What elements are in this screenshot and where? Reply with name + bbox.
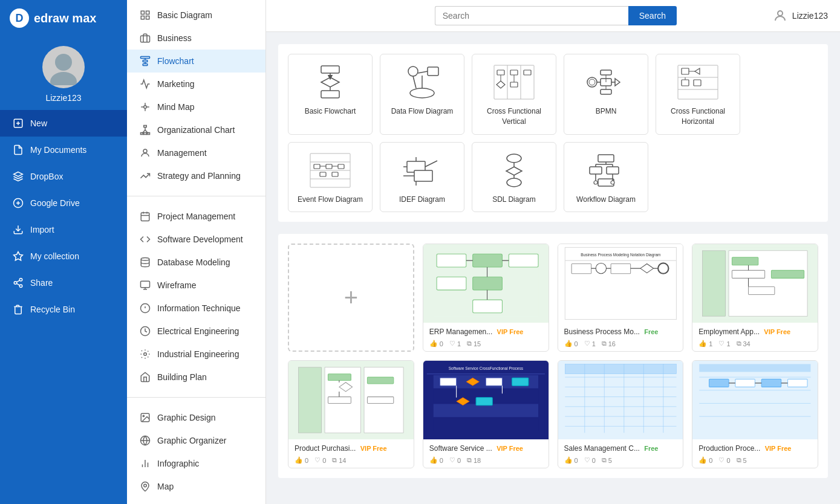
mid-item-building-plan[interactable]: Building Plan: [127, 366, 265, 389]
mid-item-wireframe[interactable]: Wireframe: [127, 274, 265, 297]
template-card-bpmn[interactable]: BPMN: [564, 54, 648, 135]
template-card-cross-functional-horizontal[interactable]: Cross Functional Horizontal: [656, 54, 740, 135]
template-card-basic-flowchart[interactable]: Basic Flowchart: [288, 54, 373, 135]
svg-rect-21: [143, 60, 148, 62]
sidebar-item-my-collection[interactable]: My collection: [0, 243, 127, 270]
heart-icon: ♡: [449, 340, 455, 347]
bp-copies: ⧉16: [602, 340, 616, 347]
business-process-title: Business Process Mo... Free: [564, 328, 677, 336]
svg-rect-32: [144, 133, 147, 135]
erp-hearts: ♡ 1: [449, 340, 461, 347]
svg-rect-96: [682, 80, 689, 86]
svg-rect-94: [682, 68, 689, 74]
mid-item-industrial-engineering[interactable]: Industrial Engineering: [127, 343, 265, 366]
sidebar-item-new-label: New: [30, 118, 47, 128]
ss-copies: ⧉18: [467, 456, 481, 464]
gallery-card-sales-management[interactable]: Sales Management C... Free 👍0 ♡0 ⧉5: [558, 360, 684, 468]
template-card-data-flow-diagram[interactable]: Data Flow Diagram: [380, 54, 464, 135]
mid-item-graphic-design[interactable]: Graphic Design: [127, 406, 265, 429]
svg-rect-198: [565, 364, 676, 374]
sidebar-item-import[interactable]: Import: [0, 216, 127, 243]
mid-item-graphic-organizer[interactable]: Graphic Organizer: [127, 429, 265, 452]
my-collection-icon: [12, 250, 24, 262]
employment-app-badge: VIP Free: [764, 328, 790, 335]
template-grid: Basic Flowchart Data Flo: [288, 54, 818, 212]
mid-item-database-modeling[interactable]: Database Modeling: [127, 251, 265, 274]
ss-hearts: ♡0: [449, 456, 461, 464]
mid-item-basic-diagram[interactable]: Basic Diagram: [127, 4, 265, 27]
erp-copies: ⧉ 15: [467, 340, 481, 347]
svg-point-137: [611, 181, 614, 184]
mid-item-map[interactable]: Map: [127, 475, 265, 498]
basic-diagram-icon: [139, 9, 151, 21]
search-button[interactable]: Search: [628, 6, 677, 25]
svg-rect-216: [709, 380, 729, 387]
production-process-title: Production Proce... VIP Free: [698, 444, 812, 453]
mid-item-mind-map[interactable]: Mind Map: [127, 95, 265, 118]
gallery-card-software-service[interactable]: Software Service CrossFunctional Process: [423, 360, 549, 468]
workflow-diagram-icon: [585, 152, 627, 189]
gallery-card-add[interactable]: +: [288, 244, 414, 352]
template-card-sdl-diagram[interactable]: SDL Diagram: [472, 142, 556, 213]
gallery-card-erp-management[interactable]: ERP Managemen... VIP Free 👍 0 ♡ 1: [423, 244, 549, 352]
search-input[interactable]: [435, 6, 628, 25]
product-purchasing-info: Product Purchasi... VIP Free 👍0 ♡0 ⧉14: [288, 439, 414, 468]
mid-item-org-chart[interactable]: Organizational Chart: [127, 118, 265, 141]
svg-rect-164: [732, 257, 758, 265]
prodp-hearts: ♡0: [718, 456, 730, 464]
svg-rect-97: [694, 80, 701, 86]
svg-rect-172: [299, 367, 322, 433]
svg-point-136: [594, 181, 597, 184]
sidebar-item-new[interactable]: New: [0, 110, 127, 137]
gallery-card-employment-app[interactable]: Employment App... VIP Free 👍1 ♡1 ⧉34: [692, 244, 818, 352]
svg-rect-218: [761, 380, 781, 387]
management-icon: [139, 147, 151, 159]
mid-item-business[interactable]: Business: [127, 27, 265, 50]
svg-rect-177: [328, 397, 351, 404]
main-header: Search Lizzie123: [266, 0, 840, 32]
mid-item-strategy[interactable]: Strategy and Planning: [127, 164, 265, 187]
mid-item-infographic[interactable]: Infographic: [127, 452, 265, 475]
ea-copies: ⧉34: [737, 340, 750, 347]
template-card-cross-functional-vertical[interactable]: Cross Functional Vertical: [472, 54, 556, 135]
svg-rect-194: [476, 398, 492, 405]
flowchart-icon: [139, 55, 151, 67]
svg-rect-162: [703, 251, 726, 316]
sidebar-item-my-documents[interactable]: My Documents: [0, 137, 127, 163]
sales-management-info: Sales Management C... Free 👍0 ♡0 ⧉5: [558, 439, 683, 468]
mid-item-flowchart[interactable]: Flowchart: [127, 50, 265, 73]
mid-item-marketing[interactable]: Marketing: [127, 73, 265, 95]
template-card-event-flow-diagram[interactable]: Event Flow Diagram: [288, 142, 373, 213]
software-service-info: Software Service ... VIP Free 👍0 ♡0 ⧉18: [423, 439, 549, 468]
cross-functional-vertical-icon: [493, 64, 535, 100]
sidebar-item-google-drive[interactable]: Google Drive: [0, 190, 127, 216]
bp-hearts: ♡1: [584, 340, 596, 347]
sales-management-thumb: [558, 361, 683, 439]
mid-item-management[interactable]: Management: [127, 141, 265, 164]
gallery-card-business-process[interactable]: Business Process Modeling Notation Diagr…: [558, 244, 684, 352]
mid-item-information-technique-label: Information Technique: [157, 303, 241, 313]
mid-item-software-development[interactable]: Software Development: [127, 228, 265, 251]
infographic-icon: [139, 457, 151, 470]
mid-item-information-technique[interactable]: Information Technique: [127, 297, 265, 320]
mid-item-electrical-engineering[interactable]: Electrical Engineering: [127, 320, 265, 343]
gallery-card-product-purchasing[interactable]: Product Purchasi... VIP Free 👍0 ♡0 ⧉14: [288, 360, 414, 468]
sidebar-item-google-drive-label: Google Drive: [30, 198, 80, 208]
sidebar-item-share[interactable]: Share: [0, 270, 127, 296]
svg-rect-147: [472, 300, 502, 313]
sm-likes: 👍0: [564, 456, 578, 464]
svg-rect-124: [590, 167, 602, 174]
sidebar-item-recycle-bin[interactable]: Recycle Bin: [0, 296, 127, 323]
sales-management-stats: 👍0 ♡0 ⧉5: [564, 456, 677, 464]
svg-rect-175: [328, 374, 351, 381]
wireframe-icon: [139, 279, 151, 291]
svg-point-58: [144, 484, 147, 487]
gallery-card-production-process[interactable]: Production Proce... VIP Free 👍0 ♡0 ⧉5: [692, 360, 818, 468]
template-card-workflow-diagram[interactable]: Workflow Diagram: [564, 142, 648, 213]
svg-point-42: [141, 258, 149, 261]
left-sidebar: D edraw max Lizzie123 New My Documents D…: [0, 0, 127, 504]
template-card-idef-diagram[interactable]: IDEF Diagram: [380, 142, 464, 213]
mid-item-project-management[interactable]: Project Management: [127, 205, 265, 228]
sidebar-item-dropbox[interactable]: DropBox: [0, 163, 127, 190]
app-logo[interactable]: D edraw max: [0, 0, 127, 36]
